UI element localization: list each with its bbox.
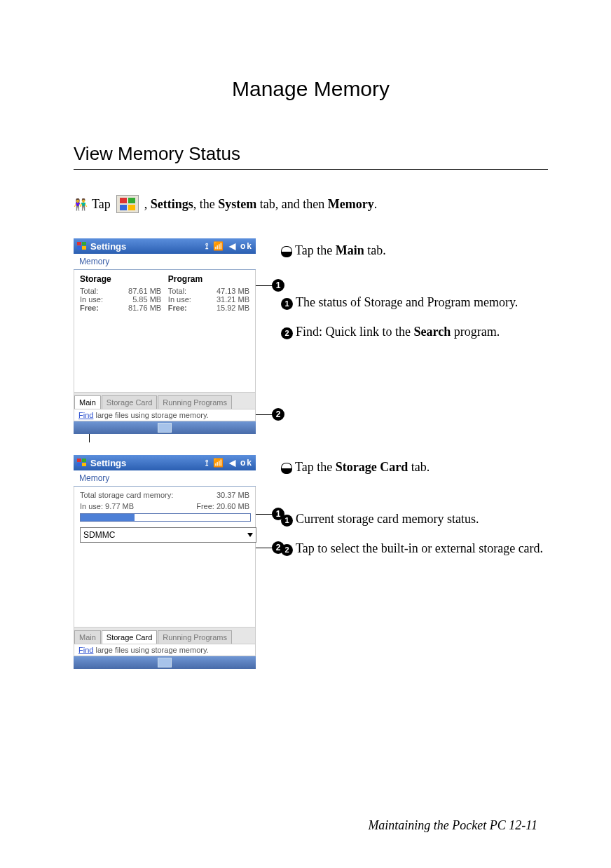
value-program-free: 15.92 MB [217,304,249,312]
value-storage-inuse: 5.85 MB [132,295,161,304]
tab-storage-card[interactable]: Storage Card [102,630,157,644]
storage-heading: Storage [80,274,161,284]
capsule-icon [281,463,292,473]
label-total: Total: [168,287,186,295]
window-titlebar: Settings ⟟ 📶 ◀ ok [74,455,256,470]
window-titlebar: Settings ⟟ 📶 ◀ ok [74,238,256,254]
intro-line: 👫 Tap , Settings, the System tab, and th… [74,195,548,213]
page-subheader: Memory [74,254,256,270]
page-subheader: Memory [74,470,256,487]
anno-card-c: Tap the Storage Card tab. [281,455,548,479]
callout-marker-1: 1 [272,508,284,520]
find-text: large files using storage memory. [93,646,208,654]
intro-tap: Tap [92,197,111,212]
bullet-2: 2 [281,327,293,339]
label-total: Total: [80,287,98,295]
titlebar-status-icons: ⟟ 📶 ◀ ok [205,458,253,468]
label-free: Free: [80,304,99,312]
anno-text: Tap to select the built-in or external s… [296,541,543,555]
sip-bar [74,656,256,669]
tab-running-programs[interactable]: Running Programs [158,395,232,409]
keyboard-icon[interactable] [158,423,172,433]
tab-main[interactable]: Main [74,395,101,409]
value-storage-free: 81.76 MB [128,304,161,312]
label-inuse: In use: [80,295,103,304]
value-total-card: 30.37 MB [217,491,249,499]
find-bar: Find large files using storage memory. [74,644,256,656]
find-bar: Find large files using storage memory. [74,409,256,421]
find-link[interactable]: Find [78,646,93,654]
sip-bar [74,421,256,434]
titlebar-status-icons: ⟟ 📶 ◀ ok [205,241,253,251]
page-footer: Maintaining the Pocket PC 12-11 [368,818,537,833]
section-heading: View Memory Status [74,143,548,165]
titlebar-text: Settings [90,458,126,468]
people-icon: 👫 [74,198,88,211]
find-text: large files using storage memory. [93,411,208,419]
usage-bar-fill [81,514,135,521]
capsule-icon [281,246,292,256]
windows-flag-icon [76,457,88,468]
keyboard-icon[interactable] [158,658,172,667]
windows-flag-icon [76,240,88,252]
anno-main-1: 1The status of Storage and Program memor… [281,290,548,314]
chevron-down-icon [247,533,253,537]
label-inuse: In use: [80,502,103,510]
tab-running-programs[interactable]: Running Programs [158,630,232,644]
callout-marker-2: 2 [272,408,284,421]
callout-marker-1: 1 [272,279,284,292]
anno-card-1: 1Current storage card memory status. [281,507,548,531]
usage-bar [80,513,251,522]
anno-text: Current storage card memory status. [296,512,479,526]
titlebar-text: Settings [90,241,126,252]
screenshot-main-tab: Settings ⟟ 📶 ◀ ok Memory Storage Total:8… [74,238,256,434]
tab-main[interactable]: Main [74,630,101,644]
page-title: Manage Memory [74,77,548,101]
label-free: Free: [168,304,187,312]
anno-main-c: Tap the Main tab. [281,238,548,262]
value-program-inuse: 31.21 MB [217,295,249,304]
value-free: 20.60 MB [217,502,249,510]
find-link[interactable]: Find [78,411,93,419]
bullet-1: 1 [281,298,293,310]
tab-storage-card[interactable]: Storage Card [102,395,157,409]
anno-text: Find: Quick link to the Search program. [296,325,500,339]
value-storage-total: 87.61 MB [128,287,161,295]
anno-card-2: 2Tap to select the built-in or external … [281,536,548,560]
anno-text: The status of Storage and Program memory… [296,295,518,309]
windows-flag-icon [116,195,139,213]
value-inuse: 9.77 MB [105,502,134,510]
program-heading: Program [168,274,249,284]
label-total-card: Total storage card memory: [80,491,173,499]
section-rule [74,169,548,170]
label-free: Free: [196,502,214,510]
screenshot-storage-card-tab: Settings ⟟ 📶 ◀ ok Memory Total storage c… [74,455,256,669]
callout-marker-2: 2 [272,541,284,554]
intro-rest: , Settings, the System tab, and then Mem… [144,197,377,212]
anno-main-2: 2Find: Quick link to the Search program. [281,320,548,344]
value-program-total: 47.13 MB [217,287,249,295]
dropdown-value: SDMMC [83,530,115,540]
storage-card-dropdown[interactable]: SDMMC [80,527,256,543]
label-inuse: In use: [168,295,191,304]
